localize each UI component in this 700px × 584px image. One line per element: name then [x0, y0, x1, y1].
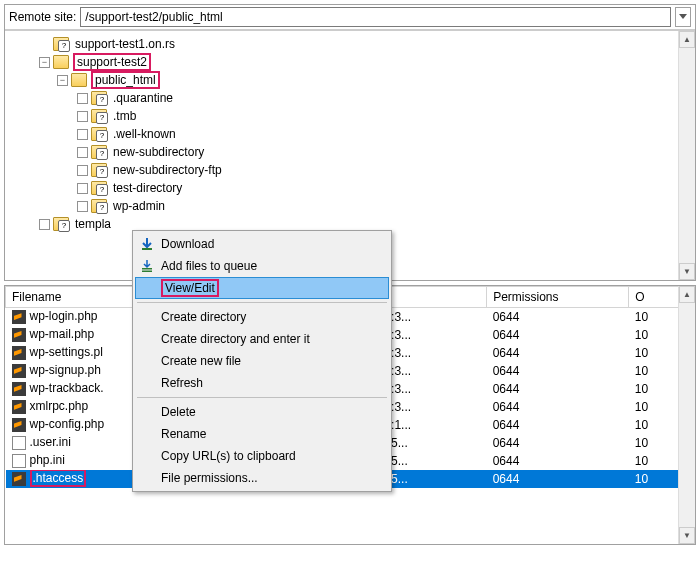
menu-item[interactable]: View/Edit: [135, 277, 389, 299]
question-folder-icon: [53, 217, 69, 231]
menu-item-label: Add files to queue: [161, 259, 257, 273]
menu-item[interactable]: Create directory and enter it: [135, 328, 389, 350]
tree-node[interactable]: wp-admin: [9, 197, 695, 215]
menu-item[interactable]: Add files to queue: [135, 255, 389, 277]
file-name: .user.ini: [30, 435, 71, 449]
tree-toggle[interactable]: [77, 183, 88, 194]
queue-icon: [139, 258, 155, 274]
tree-node-label: templa: [73, 215, 113, 233]
file-name: wp-config.php: [30, 417, 105, 431]
menu-item-label: File permissions...: [161, 471, 258, 485]
tree-toggle[interactable]: −: [39, 57, 50, 68]
code-file-icon: [12, 418, 26, 432]
context-menu[interactable]: DownloadAdd files to queueView/EditCreat…: [132, 230, 392, 492]
tree-toggle[interactable]: [77, 111, 88, 122]
tree-node[interactable]: test-directory: [9, 179, 695, 197]
tree-node-label: new-subdirectory-ftp: [111, 161, 224, 179]
svg-rect-0: [142, 248, 152, 250]
menu-item[interactable]: Delete: [135, 401, 389, 423]
path-dropdown-button[interactable]: [675, 7, 691, 27]
code-file-icon: [12, 364, 26, 378]
remote-path-input[interactable]: [80, 7, 671, 27]
tree-node[interactable]: −support-test2: [9, 53, 695, 71]
code-file-icon: [12, 328, 26, 342]
folder-icon: [71, 73, 87, 87]
menu-item-label: Rename: [161, 427, 206, 441]
menu-item[interactable]: Create directory: [135, 306, 389, 328]
tree-node-label: wp-admin: [111, 197, 167, 215]
menu-item[interactable]: Refresh: [135, 372, 389, 394]
tree-node[interactable]: new-subdirectory-ftp: [9, 161, 695, 179]
file-name: wp-mail.php: [30, 327, 95, 341]
filelist-vscroll[interactable]: ▲ ▼: [678, 286, 695, 544]
ini-file-icon: [12, 436, 26, 450]
tree-toggle: [39, 39, 50, 50]
menu-item[interactable]: File permissions...: [135, 467, 389, 489]
menu-item-label: Copy URL(s) to clipboard: [161, 449, 296, 463]
tree-node-label: .well-known: [111, 125, 178, 143]
ini-file-icon: [12, 454, 26, 468]
tree-toggle[interactable]: [77, 147, 88, 158]
tree-vscroll[interactable]: ▲ ▼: [678, 31, 695, 280]
tree-node[interactable]: support-test1.on.rs: [9, 35, 695, 53]
tree-node[interactable]: .well-known: [9, 125, 695, 143]
scroll-up-icon[interactable]: ▲: [679, 286, 695, 303]
scroll-down-icon[interactable]: ▼: [679, 263, 695, 280]
menu-separator: [137, 302, 387, 303]
menu-item[interactable]: Rename: [135, 423, 389, 445]
menu-item-label: View/Edit: [161, 279, 219, 297]
tree-node-label: test-directory: [111, 179, 184, 197]
code-file-icon: [12, 346, 26, 360]
tree-toggle[interactable]: [77, 93, 88, 104]
svg-rect-2: [142, 271, 152, 273]
question-folder-icon: [91, 199, 107, 213]
menu-item[interactable]: Create new file: [135, 350, 389, 372]
code-file-icon: [12, 310, 26, 324]
svg-rect-1: [142, 268, 152, 270]
question-folder-icon: [53, 37, 69, 51]
tree-node-label: .tmb: [111, 107, 138, 125]
tree-node[interactable]: new-subdirectory: [9, 143, 695, 161]
question-folder-icon: [91, 127, 107, 141]
tree-node[interactable]: −public_html: [9, 71, 695, 89]
file-name: .htaccess: [30, 470, 87, 488]
question-folder-icon: [91, 109, 107, 123]
tree-toggle[interactable]: [77, 165, 88, 176]
file-name: wp-signup.ph: [30, 363, 101, 377]
tree-node-label: .quarantine: [111, 89, 175, 107]
menu-separator: [137, 397, 387, 398]
scroll-down-icon[interactable]: ▼: [679, 527, 695, 544]
tree-node-label: new-subdirectory: [111, 143, 206, 161]
menu-item[interactable]: Download: [135, 233, 389, 255]
file-name: wp-login.php: [30, 309, 98, 323]
tree-node[interactable]: .quarantine: [9, 89, 695, 107]
tree-node-label: support-test2: [73, 53, 151, 71]
code-file-icon: [12, 382, 26, 396]
scroll-up-icon[interactable]: ▲: [679, 31, 695, 48]
menu-item-label: Create new file: [161, 354, 241, 368]
folder-icon: [53, 55, 69, 69]
tree-toggle[interactable]: −: [57, 75, 68, 86]
file-name: php.ini: [30, 453, 65, 467]
menu-item-label: Create directory and enter it: [161, 332, 310, 346]
question-folder-icon: [91, 163, 107, 177]
tree-node-label: public_html: [91, 71, 160, 89]
menu-item-label: Delete: [161, 405, 196, 419]
chevron-down-icon: [679, 14, 687, 20]
file-name: wp-trackback.: [30, 381, 104, 395]
question-folder-icon: [91, 181, 107, 195]
code-file-icon: [12, 472, 26, 486]
tree-node[interactable]: .tmb: [9, 107, 695, 125]
menu-item-label: Create directory: [161, 310, 246, 324]
tree-toggle[interactable]: [77, 201, 88, 212]
tree-toggle[interactable]: [77, 129, 88, 140]
file-name: xmlrpc.php: [30, 399, 89, 413]
download-icon: [139, 236, 155, 252]
column-header[interactable]: Permissions: [487, 287, 629, 308]
menu-item-label: Download: [161, 237, 214, 251]
menu-item-label: Refresh: [161, 376, 203, 390]
tree-toggle[interactable]: [39, 219, 50, 230]
question-folder-icon: [91, 91, 107, 105]
remote-path-bar: Remote site:: [5, 5, 695, 30]
menu-item[interactable]: Copy URL(s) to clipboard: [135, 445, 389, 467]
